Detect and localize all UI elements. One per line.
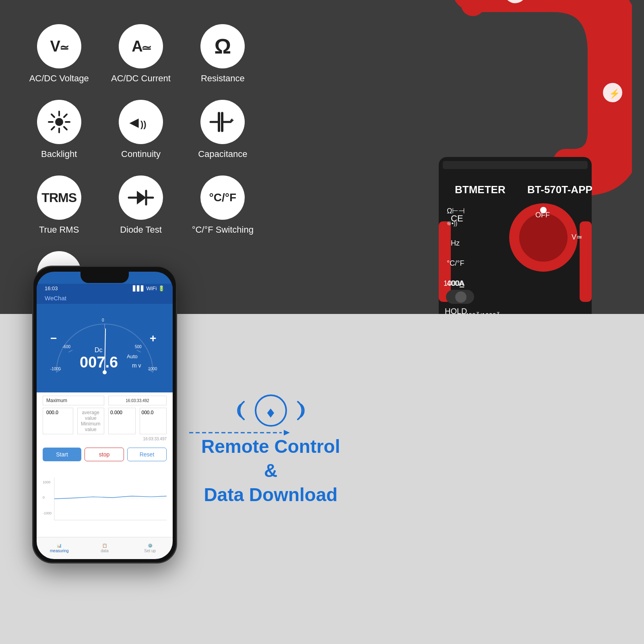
capacitance-label: Capacitance	[198, 149, 247, 159]
temp-switch-label: °C/°F Switching	[192, 225, 254, 235]
capacitor-svg	[208, 110, 237, 134]
avg-label-display: average value Minimum value	[77, 408, 105, 434]
feature-ac-dc-voltage: V≃ AC/DC Voltage	[24, 24, 94, 84]
svg-text:0: 0	[43, 495, 45, 500]
svg-text:)): ))	[140, 119, 147, 129]
gauge-container: -1000 -600 0 500 1000 Dc 007.6 Auto	[37, 304, 173, 392]
feature-backlight: Backlight	[24, 100, 94, 159]
phone-screen: 16:03 ▋▋▋ WiFi 🔋 WeChat	[37, 272, 173, 559]
svg-text:−: −	[50, 332, 57, 345]
svg-text:BT-570T-APP: BT-570T-APP	[527, 184, 592, 196]
svg-text:Auto: Auto	[127, 353, 138, 359]
continuity-svg: ◀ ))	[128, 111, 154, 133]
backlight-icon	[37, 100, 81, 144]
chart-svg: 1000 0 -1000	[43, 468, 167, 534]
svg-text:◀: ◀	[129, 116, 139, 129]
main-container: V≃ AC/DC Voltage A≃ AC/DC Current Ω Resi…	[0, 0, 644, 644]
stop-button[interactable]: stop	[85, 448, 124, 461]
bluetooth-icon-area: ⬧	[201, 394, 340, 427]
svg-text:BTMETER: BTMETER	[455, 184, 506, 196]
app-title: WeChat	[37, 293, 173, 304]
svg-point-41	[540, 207, 547, 213]
continuity-icon: ◀ ))	[119, 100, 163, 144]
nav-data[interactable]: 📋 data	[82, 537, 128, 559]
start-button[interactable]: Start	[43, 448, 81, 461]
temp-switch-icon: °C/°F	[200, 175, 245, 220]
bottom-section: 16:03 ▋▋▋ WiFi 🔋 WeChat	[0, 314, 644, 644]
svg-point-38	[519, 213, 568, 262]
status-bar: 16:03 ▋▋▋ WiFi 🔋	[37, 284, 173, 293]
svg-point-0	[55, 118, 63, 126]
svg-line-5	[52, 114, 54, 117]
ac-dc-voltage-label: AC/DC Voltage	[29, 73, 89, 84]
feature-temp-switch: °C/°F °C/°F Switching	[188, 175, 258, 235]
avg-value-display: 0.000	[108, 408, 136, 434]
control-buttons: Start stop Reset	[37, 444, 173, 464]
diode-test-label: Diode Test	[120, 225, 162, 235]
ac-dc-current-icon: A≃	[119, 24, 163, 68]
bluetooth-remote-section: ⬧ Remote Control & Data Download	[201, 394, 340, 507]
svg-text:1000A̲: 1000A̲	[444, 279, 465, 287]
min-value-display: 000.0	[140, 408, 167, 434]
phone-mockup: 16:03 ▋▋▋ WiFi 🔋 WeChat	[24, 266, 185, 588]
feature-diode-test: Diode Test	[106, 175, 175, 235]
nav-setup[interactable]: ⚙️ Set up	[127, 537, 173, 559]
svg-line-82	[68, 350, 72, 352]
svg-text:Dc: Dc	[95, 347, 103, 353]
phone-notch	[80, 272, 129, 283]
ac-dc-current-label: AC/DC Current	[111, 73, 171, 84]
svg-text:1000: 1000	[148, 367, 157, 371]
app-name: WeChat	[45, 295, 66, 301]
resistance-icon: Ω	[200, 24, 245, 68]
nav-measuring[interactable]: 📊 measuring	[37, 537, 82, 559]
time1-display: 16:03:33.492	[108, 396, 167, 405]
svg-line-6	[64, 127, 67, 130]
svg-text:Hz: Hz	[451, 239, 460, 247]
svg-text:V≃: V≃	[572, 233, 582, 241]
svg-text:-600: -600	[62, 345, 70, 349]
time2-display: 16:03:33.497	[43, 437, 167, 441]
svg-text:0: 0	[102, 318, 104, 322]
chart-area: 1000 0 -1000	[37, 464, 173, 537]
svg-text:°C/°F: °C/°F	[447, 259, 464, 267]
svg-text:007.6: 007.6	[80, 354, 118, 371]
diode-test-icon	[119, 175, 163, 220]
svg-text:-1000: -1000	[50, 367, 61, 371]
resistance-label: Resistance	[201, 73, 245, 84]
max-value-display: 000.0	[43, 408, 73, 434]
phone-time: 16:03	[45, 285, 58, 291]
sun-svg	[47, 110, 71, 134]
feature-ac-dc-current: A≃ AC/DC Current	[106, 24, 175, 84]
remote-control-text: Remote Control & Data Download	[201, 435, 340, 507]
feature-continuity: ◀ )) Continuity	[106, 100, 175, 159]
svg-text:-1000: -1000	[43, 511, 52, 515]
svg-text:500: 500	[135, 345, 142, 349]
true-rms-icon: TRMS	[37, 175, 81, 220]
svg-text:m v: m v	[132, 362, 141, 369]
capacitance-icon	[200, 100, 245, 144]
svg-line-8	[52, 127, 54, 130]
svg-marker-106	[284, 430, 290, 436]
backlight-label: Backlight	[41, 149, 77, 159]
signal-icons: ▋▋▋ WiFi 🔋	[133, 285, 165, 291]
feature-resistance: Ω Resistance	[188, 24, 258, 84]
phone-body: 16:03 ▋▋▋ WiFi 🔋 WeChat	[32, 266, 177, 564]
svg-rect-32	[443, 161, 588, 169]
data-rows: Maximum 16:03:33.492 000.0	[37, 392, 173, 444]
svg-text:Ω⊢⊣: Ω⊢⊣	[447, 207, 465, 215]
reset-button[interactable]: Reset	[127, 448, 167, 461]
left-waves-svg	[225, 398, 249, 423]
svg-text:1000: 1000	[43, 480, 50, 484]
diode-svg	[127, 188, 155, 208]
bluetooth-symbol: ⬧	[265, 400, 277, 422]
max-label: Maximum	[43, 396, 104, 405]
data-row-1: Maximum 16:03:33.492	[43, 396, 167, 405]
svg-line-84	[137, 350, 141, 352]
gauge-svg: -1000 -600 0 500 1000 Dc 007.6 Auto	[44, 308, 165, 388]
svg-line-7	[64, 114, 67, 117]
svg-point-96	[103, 370, 107, 374]
data-row-2: 000.0 average value Minimum value 0.000 …	[43, 408, 167, 434]
svg-marker-18	[137, 191, 146, 204]
feature-true-rms: TRMS True RMS	[24, 175, 94, 235]
ac-dc-voltage-icon: V≃	[37, 24, 81, 68]
